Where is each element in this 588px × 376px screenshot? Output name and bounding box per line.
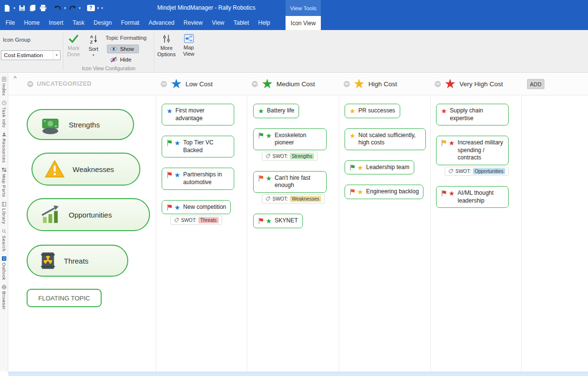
map-view-button[interactable]: Map View [179, 34, 199, 57]
card-label: Supply chain expertise [450, 107, 504, 122]
tag-icon [265, 196, 271, 202]
card-icons: ★ [258, 174, 272, 182]
topic-card[interactable]: ★Leadership team [345, 160, 414, 175]
collapse-column-icon[interactable] [435, 81, 441, 87]
side-panel-item-resources[interactable]: Resources [1, 132, 7, 163]
topic-card[interactable]: ★Battery life [253, 104, 299, 118]
menu-tab-insert[interactable]: Insert [44, 16, 68, 30]
card-label: Leadership team [366, 164, 409, 172]
collapse-column-icon[interactable] [344, 81, 350, 87]
star-icon: ★ [353, 78, 365, 91]
card-label: Partnerships in automotive [183, 171, 229, 186]
swot-tag[interactable]: SWOT:Strengths [262, 152, 317, 161]
save-icon[interactable] [18, 4, 26, 12]
star-icon: ★ [357, 164, 363, 171]
side-panel-item-browser[interactable]: Browser [1, 284, 7, 310]
side-panel-item-outlook[interactable]: OOutlook [1, 256, 7, 280]
help-dropdown-icon[interactable]: ▾ [97, 6, 99, 10]
new-document-icon[interactable] [3, 4, 11, 12]
tab-icon-view[interactable]: Icon View [286, 16, 321, 30]
card-icons: ★ [349, 164, 363, 171]
swot-tag[interactable]: SWOT:Threats [170, 216, 222, 225]
help-icon[interactable]: ? [87, 5, 95, 11]
column-uncategorized: StrengthsWeaknessesOpportunitiesThreatsF… [8, 96, 156, 372]
new-document-dropdown-icon[interactable]: ▾ [14, 6, 15, 10]
menu-tab-format[interactable]: Format [116, 16, 144, 30]
collapse-column-icon[interactable] [252, 81, 258, 87]
side-panel-item-search[interactable]: Search [1, 229, 7, 251]
more-options-button[interactable]: More Options [155, 34, 178, 57]
side-panel-label: Browser [1, 291, 7, 310]
topic-card[interactable]: ★Increased military spending / contracts [436, 136, 509, 165]
card-label: Not scaled sufficiently, high costs [359, 132, 421, 147]
topic-card[interactable]: ★AI/ML thought leadership [436, 186, 509, 208]
collapse-column-icon[interactable] [161, 81, 167, 87]
menu-tab-advanced[interactable]: Advanced [144, 16, 179, 30]
topic-card[interactable]: ★Supply chain expertise [436, 104, 509, 125]
menu-tab-home[interactable]: Home [19, 16, 44, 30]
card-icons: ★ [166, 171, 181, 178]
undo-dropdown-icon[interactable]: ▾ [64, 6, 66, 10]
svg-text:O: O [2, 256, 5, 261]
topic-card[interactable]: ★Exoskeleton pioneer [253, 128, 327, 150]
tag-icon [448, 169, 453, 174]
show-button[interactable]: Show [107, 45, 139, 53]
mark-done-button[interactable]: Mark Done [64, 34, 83, 57]
mindmanager-window: ▾ ▾ ▾ ? ▾ ▾ Mindjet MindManager - Rally … [0, 0, 588, 376]
topic-weaknesses[interactable]: Weaknesses [31, 153, 140, 186]
side-panel-item-library[interactable]: Library [1, 202, 7, 224]
card-icons: ★ [349, 107, 356, 114]
growth-chart-icon [39, 204, 61, 225]
column-separator [156, 96, 156, 372]
topic-strengths[interactable]: Strengths [27, 109, 134, 140]
task-info-icon [1, 100, 7, 106]
topic-threats[interactable]: Threats [27, 245, 128, 277]
redo-dropdown-icon[interactable]: ▾ [79, 6, 81, 10]
topic-card[interactable]: ★Partnerships in automotive [162, 168, 234, 189]
star-icon: ★ [441, 108, 447, 114]
topic-card[interactable]: ★New competition [162, 200, 231, 215]
side-panel-item-task-info[interactable]: Task Info [1, 100, 7, 128]
topic-card[interactable]: ★Engineering backlog [345, 185, 423, 199]
view-tools-contextual-tab[interactable]: View Tools [286, 0, 321, 16]
floating-topic[interactable]: FLOATING TOPIC [27, 289, 102, 307]
card-group: ★Leadership team [345, 160, 414, 175]
topic-card[interactable]: ★Not scaled sufficiently, high costs [345, 128, 426, 150]
undo-icon[interactable] [54, 4, 62, 12]
side-panel-item-map-parts[interactable]: Map Parts [1, 167, 7, 197]
qat-customize-icon[interactable]: ▾ [101, 6, 103, 10]
menu-tab-review[interactable]: Review [179, 16, 207, 30]
menu-tab-help[interactable]: Help [254, 16, 275, 30]
topic-opportunities[interactable]: Opportunities [27, 198, 150, 231]
side-panel-item-index[interactable]: Index [1, 77, 7, 96]
hide-button[interactable]: Hide [107, 55, 136, 64]
swot-tag[interactable]: SWOT:Weaknesses [262, 194, 325, 204]
topic-card[interactable]: ★Top Tier VC Backed [162, 136, 234, 157]
menu-tab-view[interactable]: View [207, 16, 229, 30]
add-column-button[interactable]: ADD [527, 79, 544, 89]
menu-tab-file[interactable]: File [1, 16, 19, 30]
flag-icon [166, 140, 173, 146]
icon-group-value: Cost Estimation [1, 52, 53, 58]
topic-card[interactable]: ★First mover advantage [162, 104, 234, 125]
map-icon [184, 34, 194, 43]
horizontal-scrollbar[interactable] [8, 372, 588, 376]
collapse-column-icon[interactable] [27, 81, 33, 87]
menu-tab-tablet[interactable]: Tablet [229, 16, 254, 30]
more-options-label: More Options [155, 45, 178, 57]
print-icon[interactable] [39, 4, 47, 12]
menu-tab-task[interactable]: Task [68, 16, 89, 30]
menu-tab-design[interactable]: Design [89, 16, 116, 30]
flag-icon [258, 218, 264, 224]
collapse-chevron-icon[interactable]: ^ [14, 75, 16, 81]
flag-icon [441, 190, 447, 197]
topic-card[interactable]: ★SKYNET [253, 214, 303, 228]
sort-button[interactable]: AZ Sort ▾ [85, 34, 102, 57]
swot-tag[interactable]: SWOT:Opportunities [445, 167, 509, 176]
topic-card[interactable]: ★Can't hire fast enough [253, 171, 327, 193]
topic-card[interactable]: ★PR successes [345, 104, 400, 118]
save-as-icon[interactable] [29, 4, 37, 12]
icon-group-select[interactable]: Cost Estimation ▾ [1, 50, 60, 60]
card-group: ★Top Tier VC Backed [162, 136, 234, 157]
redo-icon[interactable] [68, 4, 76, 12]
